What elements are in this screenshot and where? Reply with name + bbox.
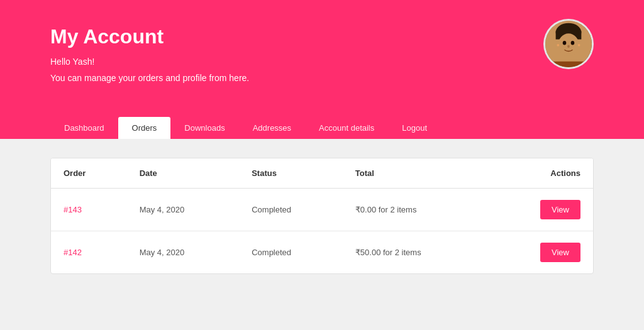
svg-point-6 [567, 45, 570, 48]
svg-point-10 [578, 44, 580, 47]
greeting-line1: Hello Yash! [50, 55, 594, 69]
order-number[interactable]: #142 [51, 231, 127, 273]
orders-table: Order Date Status Total Actions #143May … [51, 158, 593, 273]
tab-downloads[interactable]: Downloads [170, 117, 238, 139]
greeting-line2: You can manage your orders and profile f… [50, 71, 594, 85]
order-status: Completed [239, 231, 343, 273]
page-title: My Account [50, 25, 594, 48]
nav-tabs-container: Dashboard Orders Downloads Addresses Acc… [0, 117, 644, 139]
tab-logout[interactable]: Logout [388, 117, 441, 139]
table-row: #142May 4, 2020Completed₹50.00 for 2 ite… [51, 231, 593, 273]
table-row: #143May 4, 2020Completed₹0.00 for 2 item… [51, 188, 593, 231]
order-date: May 4, 2020 [127, 188, 240, 231]
avatar-image [545, 21, 592, 67]
svg-point-4 [563, 41, 567, 45]
order-date: May 4, 2020 [127, 231, 240, 273]
order-number[interactable]: #143 [51, 188, 127, 231]
col-actions: Actions [489, 158, 593, 189]
orders-table-wrapper: Order Date Status Total Actions #143May … [50, 158, 594, 274]
order-actions: View [489, 231, 593, 273]
svg-point-9 [557, 44, 560, 47]
tab-addresses[interactable]: Addresses [239, 117, 305, 139]
order-status: Completed [239, 188, 343, 231]
main-content: Order Date Status Total Actions #143May … [0, 139, 644, 293]
avatar [543, 19, 594, 69]
col-date: Date [127, 158, 240, 189]
view-order-button[interactable]: View [540, 200, 580, 219]
svg-point-5 [571, 41, 575, 45]
view-order-button[interactable]: View [540, 243, 580, 262]
table-header-row: Order Date Status Total Actions [51, 158, 593, 189]
col-total: Total [343, 158, 489, 189]
order-total: ₹50.00 for 2 items [343, 231, 489, 273]
nav-tabs: Dashboard Orders Downloads Addresses Acc… [50, 117, 594, 139]
order-total: ₹0.00 for 2 items [343, 188, 489, 231]
tab-account-details[interactable]: Account details [305, 117, 388, 139]
order-actions: View [489, 188, 593, 231]
tab-dashboard[interactable]: Dashboard [50, 117, 118, 139]
col-order: Order [51, 158, 127, 189]
col-status: Status [239, 158, 343, 189]
page-header: My Account Hello Yash! You can manage yo… [0, 0, 644, 117]
tab-orders[interactable]: Orders [118, 117, 171, 139]
